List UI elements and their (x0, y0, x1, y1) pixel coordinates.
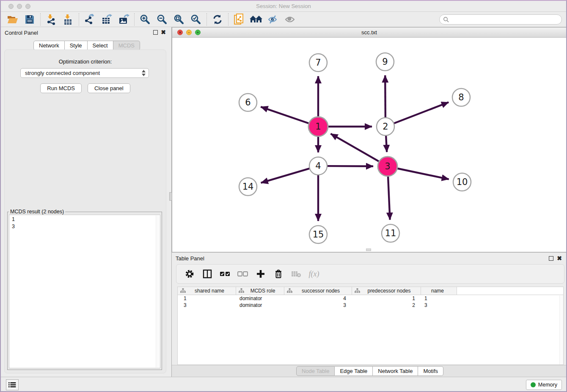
status-bar: Memory (1, 377, 566, 392)
control-panel-title: Control Panel (5, 30, 38, 36)
toolbar-separator (206, 13, 207, 26)
close-table-panel-icon[interactable]: ✖ (557, 255, 562, 261)
graph-node-1[interactable]: 1 (308, 117, 328, 136)
control-panel-tabs: NetworkStyleSelectMCDS (33, 41, 140, 50)
function-icon[interactable]: f(x) (308, 268, 319, 279)
network-graph[interactable]: 7968124314101511 (172, 38, 566, 252)
zoom-fit-icon[interactable] (171, 13, 187, 26)
table-scrollbar[interactable] (559, 295, 563, 364)
table-cell: 2 (352, 302, 421, 309)
export-image-icon[interactable] (115, 13, 132, 26)
export-table-icon[interactable] (98, 13, 115, 26)
window-title: Session: New Session (1, 3, 566, 9)
edge-3-1[interactable] (330, 134, 379, 162)
float-table-panel-icon[interactable] (549, 256, 553, 261)
float-panel-icon[interactable] (153, 30, 158, 35)
zoom-selected-icon[interactable] (187, 13, 204, 26)
column-type-icon (355, 288, 360, 293)
column-header-predecessor-nodes[interactable]: predecessor nodes (352, 287, 421, 295)
table-cell: 1 (352, 295, 421, 302)
eye-icon[interactable] (281, 13, 298, 26)
close-panel-icon[interactable]: ✖ (161, 29, 166, 35)
columns-icon[interactable] (202, 268, 213, 279)
tab-edge-table[interactable]: Edge Table (335, 366, 373, 376)
edge-4-14[interactable] (261, 168, 310, 183)
node-label: 7 (315, 58, 321, 68)
search-input[interactable] (439, 14, 562, 25)
delete-table-icon[interactable] (291, 268, 302, 279)
zoom-in-icon[interactable] (137, 13, 154, 26)
graph-node-8[interactable]: 8 (452, 88, 470, 106)
table-cell-filler (457, 295, 563, 302)
graph-node-6[interactable]: 6 (239, 94, 257, 111)
hide-icon[interactable] (264, 13, 281, 26)
export-network-icon[interactable] (81, 13, 98, 26)
graph-node-10[interactable]: 10 (453, 173, 471, 191)
import-network-icon[interactable] (43, 13, 60, 26)
add-icon[interactable] (255, 268, 266, 279)
table-cell-filler (457, 302, 563, 309)
mcds-result-text[interactable]: 1 3 (9, 215, 160, 368)
canvas-scroll-handle[interactable] (366, 248, 371, 251)
tab-motifs[interactable]: Motifs (418, 366, 443, 376)
table-tabs-bar: Node TableEdge TableNetwork TableMotifs (172, 365, 567, 377)
memory-label: Memory (538, 382, 557, 388)
zoom-out-icon[interactable] (154, 13, 171, 26)
graph-node-4[interactable]: 4 (309, 157, 327, 175)
tab-select[interactable]: Select (88, 41, 113, 50)
node-label: 15 (313, 229, 324, 240)
column-header-name[interactable]: name (421, 287, 457, 295)
list-icon (8, 382, 16, 388)
tab-network-table[interactable]: Network Table (373, 366, 418, 376)
graph-node-9[interactable]: 9 (376, 53, 394, 71)
edge-3-10[interactable] (397, 168, 449, 179)
graph-node-3[interactable]: 3 (378, 157, 397, 176)
column-header-MCDS-role[interactable]: MCDS role (236, 287, 284, 295)
column-header-shared-name[interactable]: shared name (178, 287, 236, 295)
table-row[interactable]: 1dominator411 (178, 295, 563, 302)
table-cell: dominator (236, 302, 284, 309)
node-label: 3 (385, 161, 390, 171)
control-panel-header: Control Panel ✖ (1, 27, 171, 38)
edge-4-3[interactable] (327, 166, 373, 166)
main-toolbar (1, 12, 566, 27)
graph-node-11[interactable]: 11 (382, 224, 399, 242)
run-mcds-button[interactable]: Run MCDS (40, 83, 82, 93)
import-table-icon[interactable] (60, 13, 77, 26)
graph-node-15[interactable]: 15 (309, 226, 327, 243)
home-icon[interactable] (248, 13, 264, 26)
delete-icon[interactable] (273, 268, 284, 279)
graph-node-7[interactable]: 7 (309, 54, 327, 72)
node-label: 1 (315, 121, 321, 132)
network-from-file-icon[interactable] (231, 13, 248, 26)
network-canvas[interactable]: 7968124314101511 (172, 38, 566, 252)
graph-node-14[interactable]: 14 (239, 178, 257, 196)
tab-style[interactable]: Style (65, 41, 88, 50)
refresh-icon[interactable] (209, 13, 226, 26)
memory-button[interactable]: Memory (526, 380, 562, 390)
table-row[interactable]: 3dominator323 (178, 302, 563, 309)
select-all-icon[interactable] (220, 268, 231, 279)
result-scrollbar[interactable] (156, 215, 160, 367)
edge-2-9[interactable] (385, 75, 385, 118)
titlebar: Session: New Session (1, 1, 566, 12)
edge-2-8[interactable] (394, 102, 449, 124)
tab-node-table[interactable]: Node Table (296, 366, 335, 376)
edge-1-6[interactable] (261, 107, 309, 123)
node-table[interactable]: shared nameMCDS rolesuccessor nodesprede… (177, 287, 564, 365)
graph-node-2[interactable]: 2 (377, 118, 394, 135)
tab-network[interactable]: Network (33, 41, 65, 50)
optimization-dropdown[interactable]: strongly connected component (20, 68, 149, 78)
edge-2-3[interactable] (386, 135, 387, 152)
column-header-successor-nodes[interactable]: successor nodes (284, 287, 352, 295)
open-folder-icon[interactable] (4, 13, 21, 26)
gear-icon[interactable] (184, 268, 195, 279)
close-panel-button[interactable]: Close panel (88, 83, 130, 93)
save-icon[interactable] (21, 13, 38, 26)
edge-3-11[interactable] (388, 176, 390, 220)
tab-mcds[interactable]: MCDS (113, 41, 140, 50)
task-list-button[interactable] (6, 379, 19, 390)
deselect-all-icon[interactable] (237, 268, 248, 279)
toolbar-separator (228, 13, 228, 26)
table-cell: 1 (421, 295, 457, 302)
